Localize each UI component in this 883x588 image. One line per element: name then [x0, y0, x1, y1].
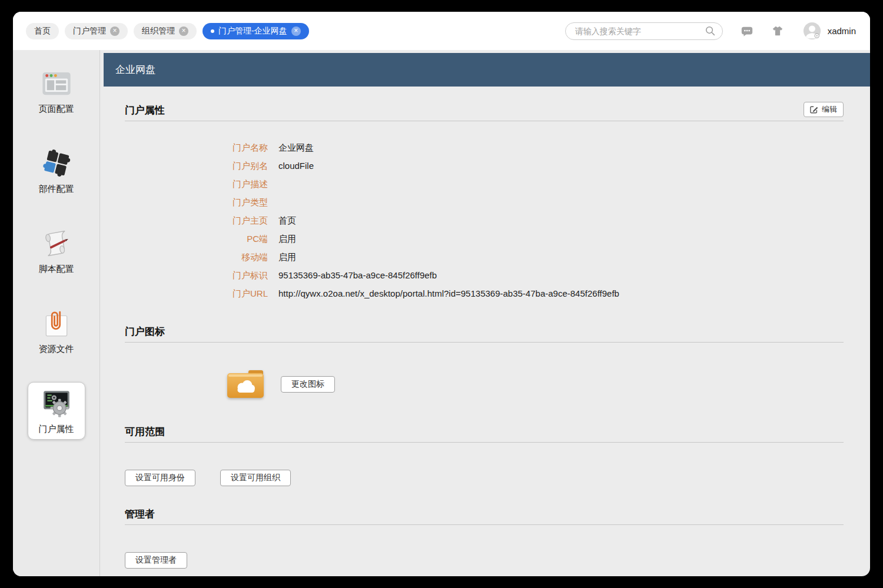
field-row: 门户描述 — [125, 179, 844, 190]
field-row: 门户URLhttp://qywx.o2oa.net/x_desktop/port… — [125, 288, 844, 299]
sidebar-item-label: 脚本配置 — [39, 264, 74, 275]
tab-portal-cloudfile[interactable]: 门户管理-企业网盘 × — [203, 23, 309, 39]
search-box[interactable] — [565, 22, 723, 40]
sidebar-item-page-config[interactable]: 页面配置 — [28, 62, 85, 119]
set-available-org-button[interactable]: 设置可用组织 — [220, 470, 291, 486]
active-dot-icon — [211, 29, 214, 33]
portal-props-icon — [41, 388, 72, 420]
field-label: 门户别名 — [125, 161, 268, 171]
section-title: 可用范围 — [125, 425, 165, 438]
sidebar-item-label: 资源文件 — [39, 344, 74, 355]
section-scope-head: 可用范围 — [125, 425, 844, 443]
sidebar-item-script-config[interactable]: 脚本配置 — [28, 222, 85, 280]
field-value: 企业网盘 — [278, 142, 314, 153]
field-label: 门户URL — [125, 288, 268, 299]
field-row: 门户类型 — [125, 197, 844, 208]
set-available-identity-button[interactable]: 设置可用身份 — [125, 470, 195, 486]
field-value: 启用 — [278, 252, 296, 263]
section-properties-head: 门户属性 编辑 — [125, 102, 844, 121]
body-row: 页面配置 部件配置 — [13, 50, 870, 576]
field-label: 门户描述 — [125, 179, 268, 190]
section-title: 门户属性 — [125, 104, 165, 117]
page-title: 企业网盘 — [115, 63, 155, 77]
script-config-icon — [41, 228, 72, 260]
portal-icon-row: 更改图标 — [125, 370, 844, 399]
sidebar-item-label: 门户属性 — [39, 424, 74, 435]
tab-label: 首页 — [34, 26, 51, 36]
section-title: 管理者 — [125, 507, 155, 521]
field-row: 门户主页首页 — [125, 215, 844, 226]
field-row: 门户标识95135369-ab35-47ba-a9ce-845f26ff9efb — [125, 270, 844, 281]
username[interactable]: xadmin — [828, 26, 856, 36]
tab-label: 组织管理 — [142, 26, 175, 36]
field-label: 门户标识 — [125, 270, 268, 281]
main-content: 企业网盘 门户属性 编辑 门户名称企业网盘 门户别名c — [100, 50, 870, 576]
sidebar-item-resource-files[interactable]: 资源文件 — [28, 302, 85, 360]
content-scroll: 门户属性 编辑 门户名称企业网盘 门户别名cloudFile 门户描述 门户类型 — [100, 87, 870, 576]
page-config-icon — [41, 68, 72, 99]
theme-icon[interactable] — [771, 25, 784, 38]
sidebar-item-label: 部件配置 — [39, 184, 74, 195]
section-title: 门户图标 — [125, 325, 165, 338]
section-icon-head: 门户图标 — [125, 325, 844, 343]
edit-button[interactable]: 编辑 — [804, 102, 844, 117]
topbar: 首页 门户管理 × 组织管理 × 门户管理-企业网盘 × — [13, 12, 870, 50]
tab-portal-management[interactable]: 门户管理 × — [65, 23, 128, 39]
tab-label: 门户管理-企业网盘 — [218, 26, 287, 36]
field-value: 启用 — [278, 234, 296, 244]
field-value: http://qywx.o2oa.net/x_desktop/portal.ht… — [278, 288, 619, 299]
change-icon-button[interactable]: 更改图标 — [281, 376, 335, 393]
field-row: 门户名称企业网盘 — [125, 142, 844, 153]
field-value: 95135369-ab35-47ba-a9ce-845f26ff9efb — [278, 270, 437, 281]
section-admin-head: 管理者 — [125, 507, 844, 525]
property-fields: 门户名称企业网盘 门户别名cloudFile 门户描述 门户类型 门户主页首页 … — [125, 142, 844, 299]
field-value: 首页 — [278, 215, 296, 226]
folder-cloud-icon — [226, 370, 265, 399]
avatar[interactable] — [803, 22, 821, 40]
page-title-bar: 企业网盘 — [104, 53, 870, 87]
tab-home[interactable]: 首页 — [26, 23, 59, 39]
sidebar: 页面配置 部件配置 — [13, 50, 100, 576]
search-icon[interactable] — [705, 25, 716, 36]
close-icon[interactable]: × — [110, 26, 119, 36]
scope-buttons: 设置可用身份 设置可用组织 — [125, 470, 844, 486]
tab-org-management[interactable]: 组织管理 × — [134, 23, 197, 39]
field-label: 门户名称 — [125, 142, 268, 153]
resource-file-icon — [41, 308, 72, 340]
app-window: 首页 门户管理 × 组织管理 × 门户管理-企业网盘 × — [13, 12, 870, 576]
set-manager-button[interactable]: 设置管理者 — [125, 552, 187, 569]
close-icon[interactable]: × — [291, 26, 301, 36]
topbar-right: xadmin — [565, 22, 856, 40]
field-label: 移动端 — [125, 252, 268, 263]
edit-icon — [810, 105, 818, 114]
field-row: 移动端启用 — [125, 252, 844, 263]
widget-config-icon — [41, 148, 72, 180]
sidebar-item-label: 页面配置 — [39, 104, 74, 115]
field-row: 门户别名cloudFile — [125, 161, 844, 171]
sidebar-item-widget-config[interactable]: 部件配置 — [28, 142, 85, 200]
field-value: cloudFile — [278, 161, 314, 171]
sidebar-item-portal-properties[interactable]: 门户属性 — [28, 382, 85, 440]
field-label: PC端 — [125, 234, 268, 244]
message-icon[interactable] — [741, 25, 753, 38]
field-row: PC端启用 — [125, 234, 844, 244]
search-input[interactable] — [566, 26, 705, 36]
edit-label: 编辑 — [822, 104, 837, 115]
close-icon[interactable]: × — [179, 26, 188, 36]
field-label: 门户类型 — [125, 197, 268, 208]
breadcrumb-tabs: 首页 门户管理 × 组织管理 × 门户管理-企业网盘 × — [26, 23, 309, 39]
admin-buttons: 设置管理者 — [125, 552, 844, 569]
field-label: 门户主页 — [125, 215, 268, 226]
tab-label: 门户管理 — [73, 26, 106, 36]
